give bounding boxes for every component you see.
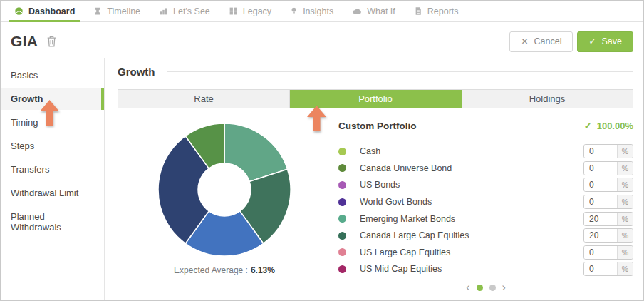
asset-row-us-bonds: US Bonds % xyxy=(338,177,633,194)
chevron-right-icon[interactable]: › xyxy=(502,282,506,293)
asset-row-canada-large-cap-equities: Canada Large Cap Equities % xyxy=(338,227,633,244)
percent-input-canada-large-cap-equities[interactable] xyxy=(584,229,617,242)
donut-wrap xyxy=(155,120,294,262)
asset-color-dot xyxy=(338,148,346,155)
expected-average: Expected Average :6.13% xyxy=(174,265,275,275)
percent-input-group: % xyxy=(583,262,633,276)
percent-suffix: % xyxy=(617,162,633,175)
pagination: ‹ › xyxy=(338,282,633,293)
sidebar-item-steps[interactable]: Steps xyxy=(1,135,104,157)
asset-row-world-govt-bonds: World Govt Bonds % xyxy=(338,193,633,210)
asset-color-dot xyxy=(338,232,346,240)
asset-color-dot xyxy=(338,248,346,256)
percent-input-group: % xyxy=(583,144,633,158)
sidebar-item-planned-withdrawals[interactable]: Planned Withdrawals xyxy=(1,205,104,238)
cloud-icon xyxy=(352,6,362,16)
asset-row-us-large-cap-equities: US Large Cap Equities % xyxy=(338,244,633,261)
nav-item-dashboard[interactable]: Dashboard xyxy=(5,1,84,21)
nav-item-insights[interactable]: Insights xyxy=(281,1,343,21)
page-dot-1[interactable] xyxy=(477,285,483,291)
cancel-button-label: Cancel xyxy=(534,37,562,46)
percent-suffix: % xyxy=(617,145,633,158)
sidebar-item-growth[interactable]: Growth xyxy=(1,88,104,110)
percent-input-group: % xyxy=(583,245,633,260)
percent-input-world-govt-bonds[interactable] xyxy=(584,195,617,208)
section-head: Growth xyxy=(118,66,633,78)
asset-label: US Bonds xyxy=(360,180,400,190)
nav-item-legacy[interactable]: Legacy xyxy=(219,1,281,21)
percent-input-cash[interactable] xyxy=(584,145,617,158)
page-dot-2[interactable] xyxy=(489,285,496,291)
percent-suffix: % xyxy=(617,178,633,191)
nav-item-label: Let's See xyxy=(173,6,210,16)
document-icon xyxy=(414,6,422,16)
cancel-button[interactable]: ✕ Cancel xyxy=(509,31,573,52)
asset-color-dot xyxy=(338,164,346,172)
sidebar-item-transfers[interactable]: Transfers xyxy=(1,158,104,180)
close-icon: ✕ xyxy=(521,37,528,46)
percent-input-group: % xyxy=(583,195,633,209)
expected-average-label: Expected Average : xyxy=(174,265,248,275)
save-button[interactable]: ✓ Save xyxy=(577,31,633,52)
tab-portfolio[interactable]: Portfolio xyxy=(290,90,462,108)
header-actions: ✕ Cancel ✓ Save xyxy=(509,31,633,52)
chevron-left-icon[interactable]: ‹ xyxy=(466,282,469,293)
sidebar: Basics Growth Timing Steps Transfers Wit… xyxy=(1,58,105,301)
percent-suffix: % xyxy=(617,262,633,275)
grid-icon xyxy=(229,6,238,16)
asset-row-us-mid-cap-equities: US Mid Cap Equities % xyxy=(338,261,633,278)
tab-holdings[interactable]: Holdings xyxy=(462,90,633,108)
asset-label: Canada Large Cap Equities xyxy=(360,230,469,240)
percent-suffix: % xyxy=(617,195,633,208)
asset-color-dot xyxy=(338,215,346,223)
sidebar-item-withdrawal-limit[interactable]: Withdrawal Limit xyxy=(1,182,104,204)
asset-color-dot xyxy=(338,181,346,189)
top-nav: Dashboard Timeline Let's See Legacy Insi… xyxy=(1,1,643,22)
asset-label: US Mid Cap Equities xyxy=(360,264,442,274)
percent-input-group: % xyxy=(583,178,633,192)
asset-row-cash: Cash % xyxy=(338,143,633,160)
percent-input-us-bonds[interactable] xyxy=(584,178,617,191)
portfolio-total-value: 100.00% xyxy=(597,121,633,131)
section-divider xyxy=(167,71,634,72)
percent-input-emerging-market-bonds[interactable] xyxy=(584,213,617,225)
delete-account-button[interactable] xyxy=(46,35,58,48)
percent-input-us-large-cap-equities[interactable] xyxy=(584,246,617,259)
asset-rows: Cash % Canada Universe Bond % US Bonds % xyxy=(338,143,633,278)
tab-content: Expected Average :6.13% Custom Portfolio… xyxy=(118,117,633,294)
percent-suffix: % xyxy=(617,229,633,242)
nav-item-what-if[interactable]: What If xyxy=(343,1,405,21)
check-icon: ✓ xyxy=(588,37,596,46)
hourglass-icon xyxy=(93,6,102,16)
expected-average-value: 6.13% xyxy=(251,265,275,275)
nav-item-label: Insights xyxy=(303,6,333,16)
nav-item-timeline[interactable]: Timeline xyxy=(84,1,150,21)
asset-color-dot xyxy=(338,198,346,206)
nav-item-reports[interactable]: Reports xyxy=(405,1,468,21)
nav-item-lets-see[interactable]: Let's See xyxy=(150,1,219,21)
sidebar-item-timing[interactable]: Timing xyxy=(1,111,104,133)
asset-label: Canada Universe Bond xyxy=(360,163,452,173)
page-header: GIA ✕ Cancel ✓ Save xyxy=(1,22,643,58)
tab-rate[interactable]: Rate xyxy=(118,90,290,108)
percent-suffix: % xyxy=(617,213,633,225)
check-icon: ✓ xyxy=(584,121,592,131)
asset-label: US Large Cap Equities xyxy=(360,248,450,257)
percent-input-us-mid-cap-equities[interactable] xyxy=(584,262,617,275)
save-button-label: Save xyxy=(602,37,623,46)
asset-label: World Govt Bonds xyxy=(360,197,432,207)
tab-bar: Rate Portfolio Holdings xyxy=(118,89,633,108)
trash-icon xyxy=(46,35,58,48)
percent-input-group: % xyxy=(583,212,633,226)
asset-color-dot xyxy=(338,265,346,273)
nav-item-label: Dashboard xyxy=(28,6,75,16)
page-title: GIA xyxy=(11,33,38,50)
chart-column: Expected Average :6.13% xyxy=(118,117,331,294)
percent-input-canada-universe-bond[interactable] xyxy=(584,162,617,175)
lightbulb-icon xyxy=(290,6,298,16)
nav-item-label: Reports xyxy=(427,6,459,16)
sidebar-item-basics[interactable]: Basics xyxy=(1,64,104,86)
asset-row-emerging-market-bonds: Emerging Market Bonds % xyxy=(338,210,633,228)
section-title: Growth xyxy=(118,66,155,78)
main-panel: Growth Rate Portfolio Holdings Expected … xyxy=(105,58,643,301)
